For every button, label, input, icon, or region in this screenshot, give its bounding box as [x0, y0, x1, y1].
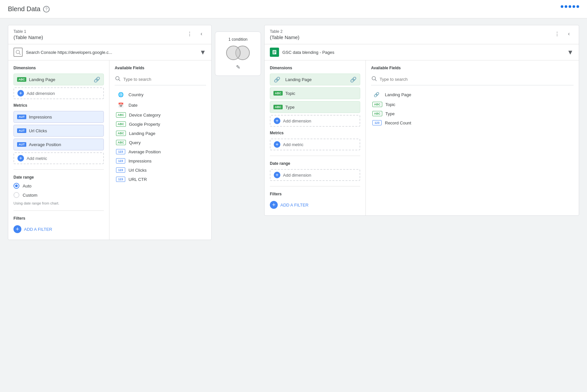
table2-field-record-count[interactable]: 123 Record Count: [371, 118, 574, 127]
join-venn-diagram: [226, 46, 250, 60]
table1-field-google-property[interactable]: ABC Google Property: [115, 120, 206, 129]
help-icon[interactable]: ?: [43, 6, 50, 12]
table2-add-date-dimension-button[interactable]: + Add dimension: [270, 169, 360, 181]
table2-dimension-landing-page[interactable]: 🔗 Landing Page 🔗: [270, 74, 360, 85]
table2-filters: Filters + ADD A FILTER: [270, 186, 360, 210]
table1-datasource-dropdown[interactable]: ▼: [200, 49, 206, 56]
table1-field-date-name: Date: [129, 103, 137, 108]
table2-left-col: Dimensions 🔗 Landing Page 🔗 ABC Topic AB…: [265, 60, 366, 215]
table1-field-url-ctr-name: URL CTR: [129, 177, 147, 182]
table1-field-url-ctr[interactable]: 123 URL CTR: [115, 175, 206, 184]
header: Blend Data ?: [0, 0, 587, 18]
table2-dim-topic-name: Topic: [285, 91, 357, 96]
table1-add-filter-label: ADD A FILTER: [24, 227, 52, 232]
table1-field-query[interactable]: ABC Query: [115, 138, 206, 147]
table2-metrics-title: Metrics: [270, 131, 360, 135]
svg-line-1: [19, 53, 21, 55]
dot5: [576, 5, 579, 8]
table1-radio-custom-label: Custom: [23, 193, 37, 198]
table1-metric-url-clicks[interactable]: AUT Url Clicks: [13, 125, 104, 137]
table1-more-button[interactable]: ⋮: [185, 29, 194, 38]
table2-field-topic-type: ABC: [372, 102, 382, 107]
table1-label: Table 1: [13, 29, 43, 34]
table1-field-query-type: ABC: [116, 140, 126, 145]
table1-radio-custom-circle: [13, 192, 19, 198]
table1-radio-custom[interactable]: Custom: [13, 192, 104, 198]
venn-left-circle: [226, 46, 241, 60]
table1-dimension-landing-page[interactable]: ABC Landing Page 🔗: [13, 74, 104, 85]
svg-rect-7: [273, 53, 275, 54]
table1-date-range: Date range Auto Custom Usi: [13, 169, 104, 205]
table2-add-metric-button[interactable]: + Add metric: [270, 139, 360, 150]
table1-search-input[interactable]: [123, 77, 206, 82]
main-content: Table 1 (Table Name) ⋮ ‹ Search Console …: [0, 18, 587, 247]
table2-field-topic[interactable]: ABC Topic: [371, 100, 574, 109]
table1-datasource[interactable]: Search Console https://developers.google…: [8, 44, 211, 60]
table1-add-filter-button[interactable]: + ADD A FILTER: [13, 224, 104, 234]
table1-avail-fields-title: Available Fields: [115, 66, 206, 70]
table2-actions: ⋮ ‹: [552, 29, 574, 38]
table1-field-country-icon: 🌐: [116, 91, 125, 98]
table1-radio-auto-inner: [15, 185, 18, 187]
table1-field-landing-page[interactable]: ABC Landing Page: [115, 129, 206, 138]
table1-collapse-button[interactable]: ‹: [197, 29, 206, 38]
table2-add-dimension-button[interactable]: + Add dimension: [270, 115, 360, 127]
table2-add-filter-button[interactable]: + ADD A FILTER: [270, 200, 360, 210]
table2-field-landing-page[interactable]: 🔗 Landing Page: [371, 89, 574, 100]
table2-dimension-type[interactable]: ABC Type: [270, 101, 360, 113]
table1-radio-auto-circle: [13, 183, 19, 189]
table2-subtitle: (Table Name): [270, 34, 299, 40]
table2-add-dim-icon: +: [274, 118, 280, 124]
table1-add-dimension-label: Add dimension: [27, 91, 55, 96]
svg-line-3: [119, 79, 120, 81]
table1-header: Table 1 (Table Name) ⋮ ‹: [8, 25, 211, 44]
table2-collapse-button[interactable]: ‹: [564, 29, 574, 38]
table1-field-device-cat[interactable]: ABC Device Category: [115, 110, 206, 120]
table1-field-avg-pos-name: Average Position: [129, 149, 161, 154]
table1-add-metric-icon: +: [17, 155, 24, 162]
page-title: Blend Data: [8, 5, 40, 13]
table1-search-icon: [115, 76, 121, 83]
table1-field-avg-pos[interactable]: 123 Average Position: [115, 147, 206, 156]
table1-metric-avg-position[interactable]: AUT Average Position: [13, 139, 104, 150]
table2-field-record-count-type: 123: [372, 120, 382, 125]
table1-field-impressions[interactable]: 123 Impressions: [115, 156, 206, 165]
table1-panel: Table 1 (Table Name) ⋮ ‹ Search Console …: [8, 25, 212, 240]
search-console-icon: [13, 48, 23, 57]
table2-search-input[interactable]: [380, 77, 574, 82]
table2-dim-type-name: Type: [285, 105, 357, 110]
svg-point-8: [372, 76, 376, 80]
table1-dim-link-icon: 🔗: [94, 76, 100, 83]
table2-filters-title: Filters: [270, 192, 360, 196]
table2-add-date-icon: +: [274, 172, 280, 178]
table1-add-metric-button[interactable]: + Add metric: [13, 152, 104, 164]
table1-add-dimension-button[interactable]: + Add dimension: [13, 87, 104, 99]
table2-dim-type-type: ABC: [273, 105, 283, 109]
table1-radio-auto[interactable]: Auto: [13, 183, 104, 189]
table1-metric-impressions-name: Impressions: [29, 115, 100, 120]
table1-field-url-clicks-name: Url Clicks: [129, 168, 147, 173]
table1-metric-impressions-type: AUT: [17, 115, 26, 119]
table2-title-group: Table 2 (Table Name): [270, 29, 299, 40]
table2-datasource-dropdown[interactable]: ▼: [567, 49, 574, 56]
table1-available-fields: Available Fields 🌐 Country 📅 Date: [109, 60, 211, 240]
dot2: [565, 5, 567, 8]
table1-field-landing-page-name: Landing Page: [129, 131, 155, 136]
table1-metric-avg-pos-type: AUT: [17, 142, 26, 147]
join-edit-button[interactable]: ✎: [236, 64, 240, 70]
table1-field-url-clicks[interactable]: 123 Url Clicks: [115, 165, 206, 175]
table2-field-type[interactable]: ABC Type: [371, 109, 574, 118]
table1-metric-impressions[interactable]: AUT Impressions: [13, 111, 104, 123]
table2-more-button[interactable]: ⋮: [552, 29, 562, 38]
table2-dim-landing-page-name: Landing Page: [285, 77, 349, 82]
table2-add-filter-icon: +: [270, 201, 278, 209]
table2-add-metric-icon: +: [274, 141, 280, 148]
table1-field-country[interactable]: 🌐 Country: [115, 89, 206, 100]
table1-field-date[interactable]: 📅 Date: [115, 100, 206, 110]
table1-actions: ⋮ ‹: [185, 29, 206, 38]
table1-field-landing-page-type: ABC: [116, 131, 126, 136]
join-card: 1 condition ✎: [215, 32, 261, 76]
table2-dimension-topic[interactable]: ABC Topic: [270, 87, 360, 99]
table2-datasource-name: GSC data blending - Pages: [282, 50, 564, 55]
table2-datasource[interactable]: GSC data blending - Pages ▼: [265, 44, 579, 60]
